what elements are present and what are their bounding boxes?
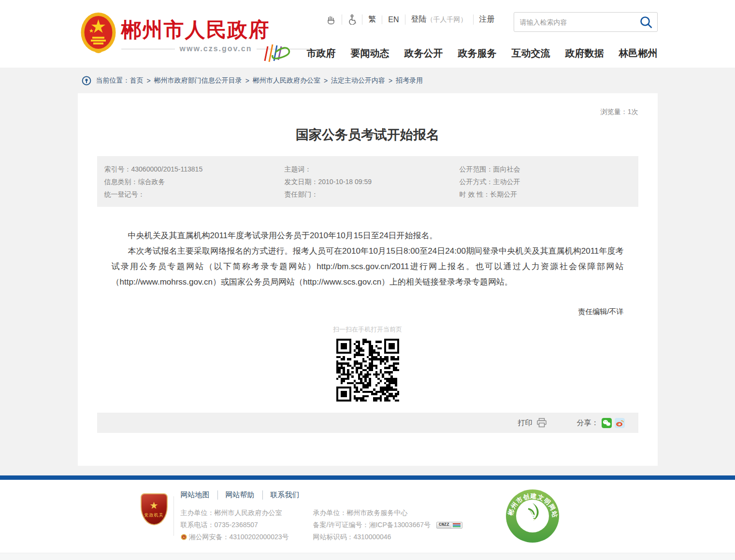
print-share-bar: 打印 分享： [97, 413, 638, 433]
divider [121, 49, 175, 49]
breadcrumb-label: 当前位置： [96, 76, 130, 85]
meta-scope: 公开范围：面向社会 [460, 163, 638, 175]
civilized-website-badge: 郴州市创建文明网站 e [505, 488, 560, 544]
site-url-text: www.czs.gov.cn [180, 44, 252, 53]
police-badge-icon [181, 534, 187, 540]
wechat-share-icon[interactable] [602, 418, 612, 428]
location-pin-icon [82, 76, 91, 86]
view-count: 浏览量：1次 [78, 93, 658, 116]
breadcrumb-separator: > [389, 77, 392, 85]
main-area: 当前位置： 首页 > 郴州市政府部门信息公开目录 > 郴州市人民政府办公室 > … [0, 68, 735, 475]
meta-publish-date: 发文日期：2010-10-18 09:59 [285, 175, 452, 188]
search-button[interactable] [635, 13, 657, 31]
share-group: 分享： [577, 418, 625, 428]
nav-item-gov-affairs[interactable]: 政务公开 [404, 47, 443, 60]
lang-traditional[interactable]: 繁 [362, 14, 382, 25]
article-paragraph: 中央机关及其直属机构2011年度考试录用公务员于2010年10月15日至24日开… [112, 228, 624, 244]
footer-icp-record-text: 备案/许可证编号：湘ICP备13003667号 [313, 519, 431, 531]
footer-icp-record: 备案/许可证编号：湘ICP备13003667号 CNZZ [313, 519, 473, 531]
main-nav: 市政府 要闻动态 政务公开 政务服务 互动交流 政府数据 林邑郴州 [262, 43, 658, 64]
footer-links: 网站地图 网站帮助 联系我们 [181, 490, 307, 500]
brand-mark-icon [262, 43, 292, 64]
article-title: 国家公务员考试开始报名 [78, 126, 658, 144]
cnzz-label: CNZZ [437, 522, 451, 528]
weibo-share-icon[interactable] [615, 418, 625, 428]
share-label: 分享： [577, 418, 599, 428]
divider [173, 496, 174, 536]
nav-item-interaction[interactable]: 互动交流 [512, 47, 550, 60]
breadcrumb-separator: > [324, 77, 328, 85]
nav-item-news[interactable]: 要闻动态 [351, 47, 389, 60]
footer-site-id: 网站标识码：4310000046 [313, 531, 473, 543]
breadcrumb-recruitment[interactable]: 招考录用 [396, 76, 423, 85]
login-note: （千人千网） [427, 15, 467, 24]
breadcrumb-disclosure[interactable]: 法定主动公开内容 [331, 76, 385, 85]
print-label: 打印 [518, 418, 533, 428]
site-title: 郴州市人民政府 [121, 16, 270, 43]
breadcrumb-directory[interactable]: 郴州市政府部门信息公开目录 [154, 76, 242, 85]
footer-phone: 联系电话：0735-2368507 [181, 519, 311, 531]
nav-item-linyi-chenzhou[interactable]: 林邑郴州 [619, 47, 658, 60]
login-link[interactable]: 登陆 （千人千网） [405, 14, 473, 25]
nav-item-services[interactable]: 政务服务 [458, 47, 497, 60]
meta-responsible-dept: 责任部门： [285, 188, 452, 201]
utility-bar: 繁 EN 登陆 （千人千网） 注册 [320, 14, 500, 25]
party-gov-badge: ★ 党政机关 [141, 493, 168, 525]
cnzz-stripes-icon [451, 522, 462, 528]
breadcrumb-separator: > [147, 77, 151, 85]
footer-police-record: 湘公网安备：43100202000023号 [181, 531, 311, 543]
search-icon [639, 15, 653, 29]
footer: ★ 党政机关 网站地图 网站帮助 联系我们 主办单位：郴州市人民政府办公室 联系… [0, 480, 735, 553]
footer-link-help[interactable]: 网站帮助 [217, 490, 262, 500]
national-emblem-logo [80, 12, 117, 53]
badge-star-icon: ★ [150, 501, 159, 510]
meta-column-1: 索引号：43060000/2015-113815 信息类别：综合政务 统一登记号… [97, 163, 277, 201]
civilized-badge-e: e [529, 511, 535, 523]
footer-link-sitemap[interactable]: 网站地图 [181, 490, 217, 500]
footer-accent-bar [0, 475, 735, 480]
meta-column-3: 公开范围：面向社会 公开方式：主动公开 时 效 性：长期公开 [452, 163, 638, 201]
footer-link-contact[interactable]: 联系我们 [262, 490, 307, 500]
meta-keywords: 主题词： [285, 163, 452, 175]
login-text: 登陆 [411, 14, 427, 25]
nav-item-gov-data[interactable]: 政府数据 [565, 47, 604, 60]
meta-registration-number: 统一登记号： [104, 188, 277, 201]
breadcrumb-home[interactable]: 首页 [130, 76, 144, 85]
article-paragraph: 本次考试报名主要采取网络报名的方式进行。报考人员可在2010年10月15日8:0… [112, 244, 624, 290]
article-body: 中央机关及其直属机构2011年度考试录用公务员于2010年10月15日至24日开… [112, 228, 624, 290]
sign-language-icon[interactable] [320, 15, 342, 25]
search-box [514, 12, 658, 32]
qr-code [336, 339, 399, 402]
breadcrumb: 当前位置： 首页 > 郴州市政府部门信息公开目录 > 郴州市人民政府办公室 > … [78, 68, 658, 93]
search-input[interactable] [514, 18, 635, 26]
bottom-strip [0, 553, 735, 560]
register-link[interactable]: 注册 [473, 14, 501, 25]
lang-english[interactable]: EN [382, 15, 404, 24]
qr-section: 扫一扫在手机打开当前页 [78, 325, 658, 402]
accessibility-icon[interactable] [342, 14, 362, 25]
footer-operator: 承办单位：郴州市政务服务中心 [313, 507, 473, 519]
meta-info-category: 信息类别：综合政务 [104, 175, 277, 188]
printer-icon [536, 418, 547, 428]
breadcrumb-office[interactable]: 郴州市人民政府办公室 [253, 76, 320, 85]
meta-method: 公开方式：主动公开 [460, 175, 638, 188]
article-card: 浏览量：1次 国家公务员考试开始报名 索引号：43060000/2015-113… [78, 93, 658, 466]
responsible-editor: 责任编辑/不详 [112, 307, 624, 316]
header: 郴州市人民政府 www.czs.gov.cn 繁 EN [0, 0, 735, 68]
footer-police-record-text: 湘公网安备：43100202000023号 [189, 531, 289, 543]
qr-label: 扫一扫在手机打开当前页 [78, 325, 658, 334]
footer-info-column-2: 承办单位：郴州市政务服务中心 备案/许可证编号：湘ICP备13003667号 C… [313, 507, 473, 543]
footer-info-column-1: 主办单位：郴州市人民政府办公室 联系电话：0735-2368507 湘公网安备：… [181, 507, 311, 543]
nav-item-city-gov[interactable]: 市政府 [307, 47, 336, 60]
print-button[interactable]: 打印 [518, 418, 547, 428]
article-meta: 索引号：43060000/2015-113815 信息类别：综合政务 统一登记号… [97, 156, 638, 207]
meta-index-number: 索引号：43060000/2015-113815 [104, 163, 277, 175]
breadcrumb-separator: > [245, 77, 249, 85]
cnzz-badge: CNZZ [436, 522, 462, 529]
meta-column-2: 主题词： 发文日期：2010-10-18 09:59 责任部门： [277, 163, 452, 201]
meta-validity: 时 效 性：长期公开 [460, 188, 638, 201]
footer-organizer: 主办单位：郴州市人民政府办公室 [181, 507, 311, 519]
badge-label: 党政机关 [144, 512, 164, 518]
